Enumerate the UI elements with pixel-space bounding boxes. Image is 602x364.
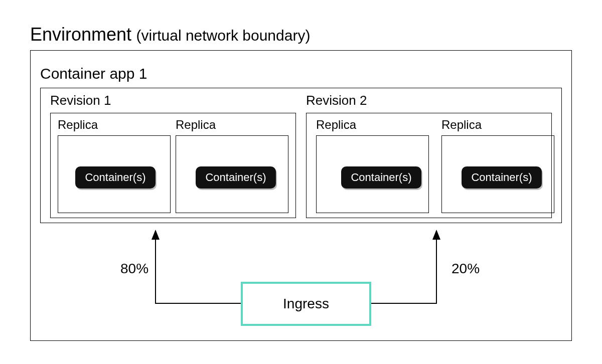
- replica-label-1a: Replica: [58, 118, 98, 132]
- container-chip-2b: Container(s): [462, 166, 542, 189]
- diagram-canvas: Environment (virtual network boundary) C…: [0, 0, 602, 364]
- replica-label-2a: Replica: [316, 118, 356, 132]
- traffic-split-left: 80%: [120, 261, 148, 277]
- environment-title-paren: (virtual network boundary): [136, 27, 311, 44]
- environment-title: Environment (virtual network boundary): [30, 24, 310, 45]
- container-chip-1a: Container(s): [75, 166, 156, 189]
- revision-1-label: Revision 1: [50, 93, 111, 108]
- container-chip-1b: Container(s): [196, 166, 276, 189]
- replica-label-2b: Replica: [441, 118, 482, 132]
- container-app-label: Container app 1: [40, 65, 147, 82]
- environment-title-main: Environment: [30, 24, 131, 45]
- revision-2-label: Revision 2: [306, 93, 367, 108]
- replica-label-1b: Replica: [176, 118, 216, 132]
- ingress-label: Ingress: [283, 296, 329, 311]
- container-chip-2a: Container(s): [341, 166, 421, 189]
- traffic-split-right: 20%: [452, 261, 480, 277]
- ingress-box: Ingress: [241, 282, 371, 326]
